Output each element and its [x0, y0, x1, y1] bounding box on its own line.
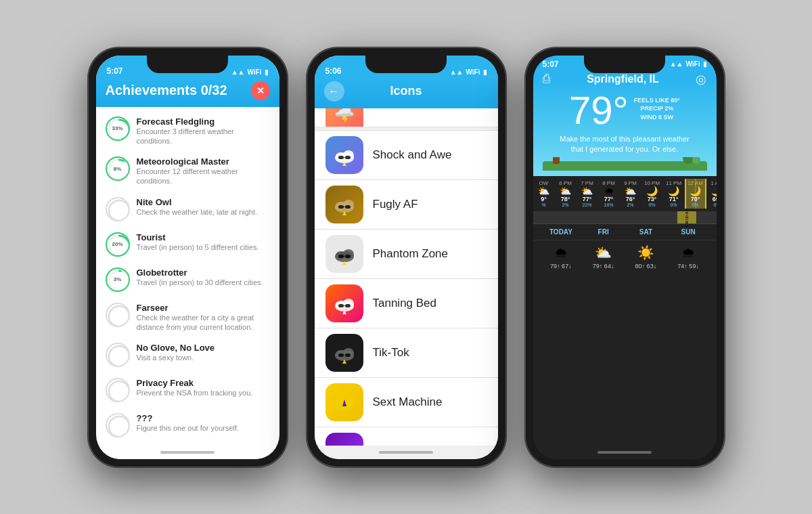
achievement-desc-4: Travel (in person) to 5 different cities… [137, 242, 270, 252]
svg-rect-25 [345, 205, 351, 209]
achievement-nite-owl[interactable]: Nite Owl Check the weather late, late at… [96, 192, 279, 227]
icon-item-tanning-bed[interactable]: Tanning Bed [315, 279, 498, 328]
wifi-icon: WiFi [247, 68, 261, 76]
temp-row: 79° FEELS LIKE 80° PRECIP 2% WIND 6 SW [549, 91, 700, 130]
progress-ring-8 [107, 379, 130, 402]
achievement-info-6: Farseer Check the weather for a city a g… [137, 303, 270, 333]
svg-point-11 [109, 381, 129, 402]
achievement-desc-3: Check the weather late, late at night. [137, 207, 270, 217]
daily-col-fri: ⛅ 79↑ 64↓ [582, 244, 625, 271]
achievement-desc-1: Encounter 3 different weather conditions… [137, 127, 270, 146]
home-bar-1 [160, 451, 215, 454]
svg-point-12 [109, 416, 129, 437]
achievement-globetrotter[interactable]: 3% Globetrotter Travel (in person) to 30… [96, 262, 279, 297]
progress-ring-7 [107, 344, 130, 367]
achievement-no-glove[interactable]: No Glove, No Love Visit a sexy town. [96, 337, 279, 372]
achievement-desc-6: Check the weather for a city a great dis… [137, 313, 270, 333]
home-indicator-3 [533, 446, 717, 459]
svg-rect-31 [338, 255, 344, 258]
pct-1: 33% [112, 125, 122, 131]
signal-icon-2: ▲▲ [450, 68, 464, 76]
icon-item-phantom-zone[interactable]: Phantom Zone [315, 230, 498, 279]
achievement-farseer[interactable]: Farseer Check the weather for a city a g… [96, 297, 279, 338]
icons-title: Icons [351, 84, 461, 98]
svg-rect-18 [345, 156, 351, 159]
notch-3 [584, 56, 665, 73]
home-bar-3 [597, 451, 652, 454]
partial-icon: 🌩️ [325, 108, 363, 127]
daily-icon-sun: 🌧 [681, 245, 695, 261]
achievement-circle-9 [106, 413, 130, 437]
achievements-list: 33% Forecast Fledgling Encounter 3 diffe… [96, 107, 279, 446]
feels-like: FEELS LIKE 80° [634, 96, 680, 105]
weather-top: 5:07 ▲▲ WiFi ▮ ⎙ Springfield, IL ◎ [533, 56, 717, 177]
daily-header-today: TODAY [540, 228, 583, 236]
icon-sext-machine [325, 383, 363, 421]
back-button[interactable]: ← [324, 81, 344, 102]
notch-2 [365, 56, 447, 73]
icon-mirror-universe [325, 433, 363, 446]
time-2: 5:06 [325, 66, 342, 76]
wifi-icon-2: WiFi [466, 68, 480, 76]
precip: PRECIP 2% [634, 104, 680, 113]
icon-tik-tok [325, 334, 363, 372]
status-icons-2: ▲▲ WiFi ▮ [450, 68, 487, 76]
hour-col-12am: 12 AM 🌙 70° 0% [685, 179, 706, 209]
icon-item-fugly-af[interactable]: Fugly AF [315, 180, 498, 230]
temperature: 79° [569, 91, 629, 130]
achievement-mystery[interactable]: ??? Figure this one out for yourself. [96, 408, 279, 443]
phones-container: 5:07 ▲▲ WiFi ▮ Achievements 0/32 ✕ [74, 34, 738, 481]
signal-icon: ▲▲ [231, 68, 245, 76]
achievement-privacy-freak[interactable]: Privacy Freak Prevent the NSA from track… [96, 372, 279, 408]
hourly-row: OW ⛅ 9° % 6 PM ⛅ 78° 2% 7 PM [533, 179, 717, 209]
daily-temps-fri: 79↑ 64↓ [593, 262, 614, 271]
icons-screen: 5:06 ▲▲ WiFi ▮ ← Icons [315, 56, 498, 459]
achievement-name-8: Privacy Freak [137, 378, 270, 388]
status-icons-1: ▲▲ WiFi ▮ [231, 68, 269, 76]
back-icon: ← [329, 85, 340, 98]
achievements-title: Achievements 0/32 [106, 83, 227, 98]
phantom-zone-svg [331, 240, 358, 267]
home-bar-2 [379, 451, 433, 454]
icon-item-sext-machine[interactable]: Sext Machine [315, 378, 498, 427]
achievements-header: Achievements 0/32 ✕ [96, 79, 279, 107]
close-button[interactable]: ✕ [251, 81, 270, 100]
icon-name-sext-machine: Sext Machine [373, 395, 443, 409]
hour-col-11pm: 11 PM 🌙 71° 0% [663, 179, 685, 209]
tanning-bed-svg [331, 290, 358, 317]
achievement-tourist[interactable]: 20% Tourist Travel (in person) to 5 diff… [96, 227, 279, 262]
city-name: Springfield, IL [587, 73, 659, 85]
achievement-circle-7 [106, 343, 130, 367]
achievement-meteorological-master[interactable]: 8% Meteorological Master Encounter 12 di… [96, 151, 279, 192]
achievement-name-1: Forecast Fledgling [137, 116, 270, 127]
icons-header: ← Icons [315, 79, 498, 108]
svg-rect-46 [345, 354, 351, 357]
sext-machine-svg [331, 389, 358, 416]
svg-point-10 [109, 346, 129, 366]
hour-col-8pm: 8 PM 🌧 77° 16% [598, 179, 620, 209]
daily-section: TODAY FRI SAT SUN 🌧 79↑ 67↓ ⛅ 79↑ 64↓ [533, 223, 717, 445]
icon-item-tik-tok[interactable]: Tik-Tok [315, 328, 498, 378]
achievement-name-4: Tourist [137, 232, 270, 242]
hour-col-7pm: 7 PM ⛅ 77° 22% [577, 179, 598, 209]
achievement-desc-7: Visit a sexy town. [137, 353, 270, 362]
icon-shock-and-awe [325, 136, 363, 174]
pct-5: 3% [114, 276, 122, 282]
icon-item-shock-and-awe[interactable]: Shock and Awe [315, 130, 498, 180]
hour-col-1am: 1 AM 🌙 69° 0% [706, 179, 717, 209]
time-1: 5:07 [107, 66, 123, 76]
achievement-forecast-fledgling[interactable]: 33% Forecast Fledgling Encounter 3 diffe… [96, 111, 279, 152]
share-icon[interactable]: ⎙ [543, 72, 550, 86]
friday-text: FRIDAY [685, 208, 689, 227]
phone-1: 5:07 ▲▲ WiFi ▮ Achievements 0/32 ✕ [88, 47, 288, 467]
svg-point-9 [109, 306, 129, 326]
target-icon[interactable]: ◎ [696, 72, 706, 87]
phone-3: 5:07 ▲▲ WiFi ▮ ⎙ Springfield, IL ◎ [525, 47, 725, 467]
icon-item-mirror-universe[interactable]: Mirror Universe [315, 427, 498, 446]
achievement-info-1: Forecast Fledgling Encounter 3 different… [137, 116, 270, 146]
achievement-desc-8: Prevent the NSA from tracking you. [137, 388, 270, 398]
daily-icon-fri: ⛅ [595, 244, 612, 261]
hour-col-6pm: 6 PM ⛅ 78° 2% [555, 179, 577, 209]
shock-awe-svg [331, 142, 358, 169]
notch-1 [147, 56, 228, 73]
